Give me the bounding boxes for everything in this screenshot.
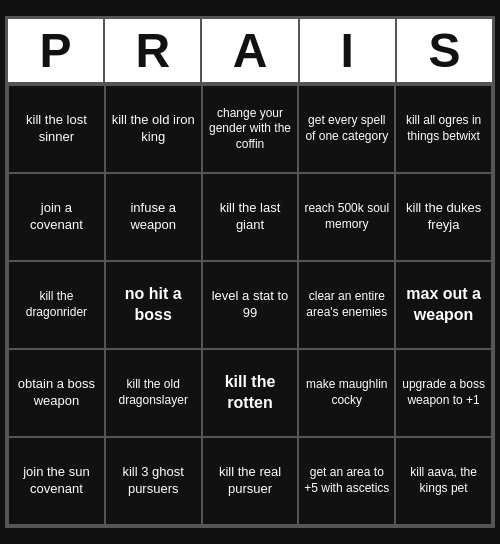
bingo-card: PRAIS kill the lost sinnerkill the old i… (5, 16, 495, 528)
bingo-cell-11[interactable]: no hit a boss (105, 261, 202, 349)
bingo-cell-21[interactable]: kill 3 ghost pursuers (105, 437, 202, 525)
bingo-cell-16[interactable]: kill the old dragonslayer (105, 349, 202, 437)
bingo-cell-1[interactable]: kill the old iron king (105, 85, 202, 173)
bingo-cell-7[interactable]: kill the last giant (202, 173, 299, 261)
bingo-cell-4[interactable]: kill all ogres in things betwixt (395, 85, 492, 173)
header-letter-r: R (105, 19, 202, 82)
header-letter-a: A (202, 19, 299, 82)
bingo-cell-22[interactable]: kill the real pursuer (202, 437, 299, 525)
header-letter-p: P (8, 19, 105, 82)
bingo-cell-17[interactable]: kill the rotten (202, 349, 299, 437)
bingo-cell-13[interactable]: clear an entire area's enemies (298, 261, 395, 349)
bingo-cell-14[interactable]: max out a weapon (395, 261, 492, 349)
bingo-cell-0[interactable]: kill the lost sinner (8, 85, 105, 173)
header-letter-i: I (300, 19, 397, 82)
bingo-cell-24[interactable]: kill aava, the kings pet (395, 437, 492, 525)
bingo-cell-20[interactable]: join the sun covenant (8, 437, 105, 525)
bingo-cell-5[interactable]: join a covenant (8, 173, 105, 261)
header-letter-s: S (397, 19, 492, 82)
bingo-cell-18[interactable]: make maughlin cocky (298, 349, 395, 437)
bingo-cell-12[interactable]: level a stat to 99 (202, 261, 299, 349)
bingo-cell-15[interactable]: obtain a boss weapon (8, 349, 105, 437)
bingo-cell-3[interactable]: get every spell of one category (298, 85, 395, 173)
bingo-header: PRAIS (8, 19, 492, 85)
bingo-cell-9[interactable]: kill the dukes freyja (395, 173, 492, 261)
bingo-grid: kill the lost sinnerkill the old iron ki… (8, 85, 492, 525)
bingo-cell-10[interactable]: kill the dragonrider (8, 261, 105, 349)
bingo-cell-6[interactable]: infuse a weapon (105, 173, 202, 261)
bingo-cell-2[interactable]: change your gender with the coffin (202, 85, 299, 173)
bingo-cell-8[interactable]: reach 500k soul memory (298, 173, 395, 261)
bingo-cell-23[interactable]: get an area to +5 with ascetics (298, 437, 395, 525)
bingo-cell-19[interactable]: upgrade a boss weapon to +1 (395, 349, 492, 437)
